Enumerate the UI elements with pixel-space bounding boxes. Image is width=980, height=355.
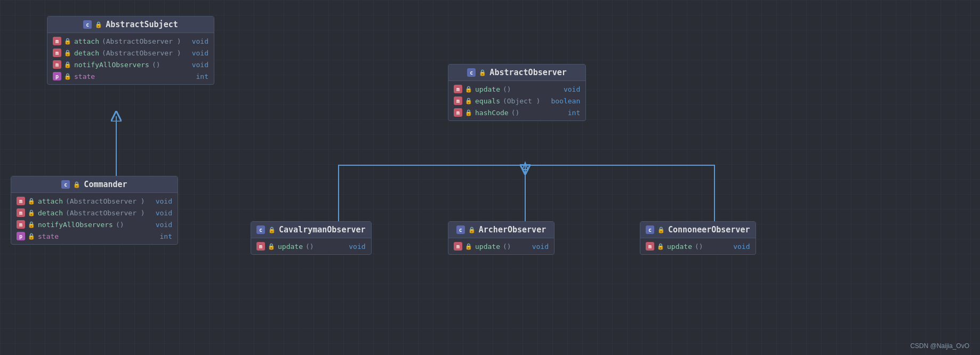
method-badge-archerObserver-0: m [454,242,462,251]
class-lock-icon-abstractSubject: 🔒 [95,21,102,28]
method-row-abstractObserver-2: m🔒hashCode()int [448,107,585,118]
method-row-archerObserver-0: m🔒update()void [448,240,554,252]
method-return-abstractObserver-1: boolean [543,97,580,105]
method-name-commander-1: detach [38,209,63,217]
method-name-abstractSubject-1: detach [74,49,99,57]
method-lock-cavalrymanObserver-0: 🔒 [268,243,275,250]
method-name-abstractObserver-1: equals [475,97,500,105]
method-lock-abstractSubject-0: 🔒 [64,38,71,45]
class-box-abstractObserver: c🔒AbstractObserverm🔒update()voidm🔒equals… [448,64,586,121]
class-header-cavalrymanObserver: c🔒CavalrymanObserver [251,222,371,238]
method-badge-cavalrymanObserver-0: m [256,242,265,251]
method-row-connoneerObserver-0: m🔒update()void [640,240,756,252]
class-type-badge-cavalrymanObserver: c [256,225,265,234]
method-row-abstractSubject-2: m🔒notifyAllObservers()void [47,59,214,70]
class-box-cavalrymanObserver: c🔒CavalrymanObserverm🔒update()void [251,221,372,255]
class-body-abstractSubject: m🔒attach(AbstractObserver )voidm🔒detach(… [47,33,214,84]
method-row-commander-0: m🔒attach(AbstractObserver )void [11,195,178,207]
class-lock-icon-abstractObserver: 🔒 [479,69,486,76]
method-lock-abstractSubject-2: 🔒 [64,61,71,68]
class-title-archerObserver: ArcherObserver [479,225,546,235]
class-type-badge-commander: c [61,180,70,189]
method-name-abstractSubject-2: notifyAllObservers [74,61,149,69]
watermark: CSDN @Naijia_OvO [910,342,969,350]
method-return-abstractSubject-2: void [184,61,208,69]
method-return-abstractSubject-3: int [188,72,208,80]
class-header-abstractObserver: c🔒AbstractObserver [448,64,585,81]
method-lock-connoneerObserver-0: 🔒 [657,243,664,250]
method-lock-abstractObserver-2: 🔒 [465,109,472,116]
method-params-abstractSubject-0: (AbstractObserver ) [102,37,181,45]
method-lock-commander-0: 🔒 [28,198,35,205]
method-params-connoneerObserver-0: () [695,243,703,251]
method-row-commander-2: m🔒notifyAllObservers()void [11,219,178,230]
class-header-commander: c🔒Commander [11,176,178,193]
method-badge-commander-2: m [17,220,25,229]
connoner-to-abstractobserver-arrow [525,165,714,221]
method-return-abstractSubject-1: void [184,49,208,57]
class-title-abstractObserver: AbstractObserver [489,68,567,77]
method-badge-commander-3: p [17,232,25,240]
class-lock-icon-cavalrymanObserver: 🔒 [268,227,276,233]
method-return-connoneerObserver-0: void [725,243,750,251]
method-return-cavalrymanObserver-0: void [341,243,365,251]
class-body-archerObserver: m🔒update()void [448,238,554,254]
class-body-commander: m🔒attach(AbstractObserver )voidm🔒detach(… [11,193,178,244]
class-title-commander: Commander [84,180,127,189]
method-return-commander-2: void [148,221,172,229]
method-badge-commander-0: m [17,197,25,205]
method-row-abstractObserver-0: m🔒update()void [448,83,585,95]
method-row-abstractSubject-1: m🔒detach(AbstractObserver )void [47,47,214,59]
method-params-abstractObserver-0: () [503,85,511,93]
method-return-archerObserver-0: void [524,243,549,251]
class-body-cavalrymanObserver: m🔒update()void [251,238,371,254]
class-lock-icon-commander: 🔒 [73,181,81,188]
class-lock-icon-archerObserver: 🔒 [468,227,476,233]
method-params-commander-1: (AbstractObserver ) [66,209,145,217]
method-row-cavalrymanObserver-0: m🔒update()void [251,240,371,252]
method-lock-abstractSubject-1: 🔒 [64,50,71,57]
method-lock-commander-2: 🔒 [28,221,35,228]
class-type-badge-abstractSubject: c [83,20,92,29]
method-params-abstractSubject-2: () [152,61,160,69]
method-params-archerObserver-0: () [503,243,511,251]
method-badge-abstractObserver-1: m [454,96,462,105]
method-badge-abstractSubject-2: m [53,60,61,69]
method-return-commander-3: int [152,232,172,240]
method-row-abstractSubject-0: m🔒attach(AbstractObserver )void [47,35,214,47]
class-lock-icon-connoneerObserver: 🔒 [657,227,665,233]
method-lock-commander-1: 🔒 [28,209,35,216]
class-box-abstractSubject: c🔒AbstractSubjectm🔒attach(AbstractObserv… [47,16,214,85]
method-badge-abstractSubject-3: p [53,72,61,80]
svg-marker-2 [523,163,528,170]
method-name-cavalrymanObserver-0: update [278,243,303,251]
class-header-archerObserver: c🔒ArcherObserver [448,222,554,238]
method-row-abstractObserver-1: m🔒equals(Object )boolean [448,95,585,107]
method-params-abstractSubject-1: (AbstractObserver ) [102,49,181,57]
method-lock-abstractSubject-3: 🔒 [64,73,71,80]
method-return-abstractSubject-0: void [184,37,208,45]
class-type-badge-connoneerObserver: c [646,225,654,234]
class-header-connoneerObserver: c🔒ConnoneerObserver [640,222,756,238]
method-name-commander-2: notifyAllObservers [38,221,113,229]
method-return-commander-0: void [148,197,172,205]
method-params-abstractObserver-1: (Object ) [503,97,540,105]
method-lock-abstractObserver-0: 🔒 [465,86,472,93]
method-badge-abstractSubject-1: m [53,49,61,57]
method-name-archerObserver-0: update [475,243,500,251]
class-title-cavalrymanObserver: CavalrymanObserver [279,225,366,235]
method-name-commander-3: state [38,232,59,240]
method-row-commander-3: p🔒stateint [11,230,178,242]
method-return-abstractObserver-0: void [556,85,580,93]
method-name-abstractObserver-2: hashCode [475,109,509,117]
method-return-abstractObserver-2: int [560,109,580,117]
method-name-abstractObserver-0: update [475,85,500,93]
class-header-abstractSubject: c🔒AbstractSubject [47,17,214,33]
method-badge-connoneerObserver-0: m [646,242,654,251]
class-body-abstractObserver: m🔒update()voidm🔒equals(Object )booleanm🔒… [448,81,585,120]
method-badge-abstractObserver-0: m [454,85,462,93]
method-params-cavalrymanObserver-0: () [306,243,314,251]
method-name-connoneerObserver-0: update [667,243,692,251]
method-name-commander-0: attach [38,197,63,205]
method-badge-commander-1: m [17,208,25,217]
